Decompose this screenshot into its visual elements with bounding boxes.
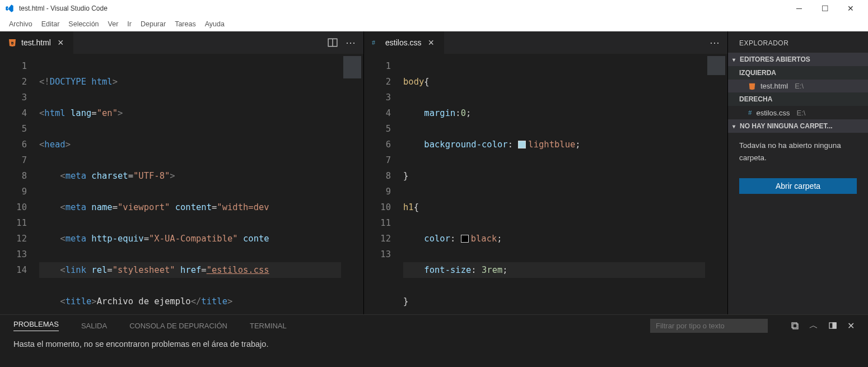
code-content[interactable]: body{ margin:0; background-color: lightb… — [403, 54, 727, 314]
chevron-up-icon[interactable]: ︿ — [809, 320, 818, 332]
titlebar: test.html - Visual Studio Code ─ ☐ ✕ — [0, 0, 868, 17]
tabbar-left: test.html × ⋯ — [0, 31, 363, 54]
more-actions-icon[interactable]: ⋯ — [710, 36, 720, 49]
group-right-header[interactable]: DERECHA — [728, 92, 868, 106]
color-swatch-black — [461, 235, 469, 243]
tab-label: test.html — [21, 38, 51, 47]
vscode-icon — [4, 3, 15, 13]
css-file-icon: # — [372, 38, 381, 47]
menubar: Archivo Editar Selección Ver Ir Depurar … — [0, 17, 868, 31]
menu-seleccion[interactable]: Selección — [64, 18, 103, 30]
tabbar-right: # estilos.css × ⋯ — [364, 31, 727, 54]
open-editor-test-html[interactable]: test.html E:\ — [728, 80, 868, 92]
panel-tab-consola[interactable]: CONSOLA DE DEPURACIÓN — [129, 322, 227, 330]
svg-text:#: # — [372, 39, 375, 47]
close-tab-icon[interactable]: × — [55, 37, 66, 49]
open-folder-button[interactable]: Abrir carpeta — [739, 178, 857, 194]
menu-editar[interactable]: Editar — [37, 18, 64, 30]
no-folder-header[interactable]: NO HAY NINGUNA CARPET... — [728, 119, 868, 133]
panel-message: Hasta el momento, no se encontraron prob… — [0, 336, 868, 352]
tab-estilos-css[interactable]: # estilos.css × — [364, 31, 444, 54]
group-left-header[interactable]: IZQUIERDA — [728, 66, 868, 80]
collapse-all-icon[interactable] — [790, 321, 799, 330]
close-tab-icon[interactable]: × — [426, 37, 437, 49]
toggle-layout-icon[interactable] — [828, 321, 837, 330]
file-location: E:\ — [795, 82, 804, 90]
tab-test-html[interactable]: test.html × — [0, 31, 73, 54]
menu-ir[interactable]: Ir — [123, 18, 136, 30]
menu-depurar[interactable]: Depurar — [136, 18, 170, 30]
svg-rect-4 — [793, 324, 798, 329]
gutter: 1234567891011121314 — [0, 54, 39, 314]
code-editor-left[interactable]: 1234567891011121314 <!DOCTYPE html> <htm… — [0, 54, 363, 314]
panel-tab-terminal[interactable]: TERMINAL — [250, 322, 287, 330]
explorer-title: EXPLORADOR — [728, 31, 868, 53]
editor-group-right: # estilos.css × ⋯ 12345678910111213 body… — [364, 31, 728, 314]
split-editor-icon[interactable] — [328, 38, 338, 48]
code-editor-right[interactable]: 12345678910111213 body{ margin:0; backgr… — [364, 54, 727, 314]
menu-tareas[interactable]: Tareas — [170, 18, 200, 30]
panel-tab-salida[interactable]: SALIDA — [81, 322, 107, 330]
file-location: E:\ — [796, 109, 805, 117]
file-name: estilos.css — [757, 109, 790, 117]
no-folder-message: Todavía no ha abierto ninguna carpeta. — [728, 133, 868, 170]
minimap[interactable] — [705, 54, 727, 314]
more-actions-icon[interactable]: ⋯ — [346, 36, 356, 49]
editor-area: test.html × ⋯ 1234567891011121314 <!DOCT… — [0, 31, 728, 314]
editor-group-left: test.html × ⋯ 1234567891011121314 <!DOCT… — [0, 31, 364, 314]
html-file-icon — [8, 38, 17, 47]
minimap[interactable] — [341, 54, 363, 314]
menu-archivo[interactable]: Archivo — [4, 18, 37, 30]
svg-rect-6 — [833, 323, 836, 328]
code-content[interactable]: <!DOCTYPE html> <html lang="en"> <head> … — [39, 54, 363, 314]
maximize-button[interactable]: ☐ — [812, 0, 838, 17]
panel-filter-input[interactable] — [650, 319, 768, 333]
color-swatch-lightblue — [518, 141, 526, 148]
open-editors-header[interactable]: EDITORES ABIERTOS — [728, 53, 868, 66]
svg-rect-3 — [792, 323, 797, 328]
close-panel-icon[interactable]: ✕ — [847, 320, 855, 331]
panel-tab-problemas[interactable]: PROBLEMAS — [13, 320, 59, 331]
explorer-sidebar: EXPLORADOR EDITORES ABIERTOS IZQUIERDA t… — [728, 31, 868, 314]
gutter: 12345678910111213 — [364, 54, 403, 314]
bottom-panel: PROBLEMAS SALIDA CONSOLA DE DEPURACIÓN T… — [0, 314, 868, 367]
window-title: test.html - Visual Studio Code — [19, 4, 108, 12]
workspace: test.html × ⋯ 1234567891011121314 <!DOCT… — [0, 31, 868, 314]
minimize-button[interactable]: ─ — [786, 0, 812, 17]
tab-label: estilos.css — [385, 38, 422, 47]
menu-ver[interactable]: Ver — [104, 18, 123, 30]
open-editor-estilos-css[interactable]: # estilos.css E:\ — [728, 106, 868, 119]
file-name: test.html — [760, 82, 788, 90]
html-file-icon — [748, 82, 756, 90]
close-window-button[interactable]: ✕ — [838, 0, 864, 17]
css-file-icon: # — [748, 108, 752, 117]
menu-ayuda[interactable]: Ayuda — [200, 18, 229, 30]
